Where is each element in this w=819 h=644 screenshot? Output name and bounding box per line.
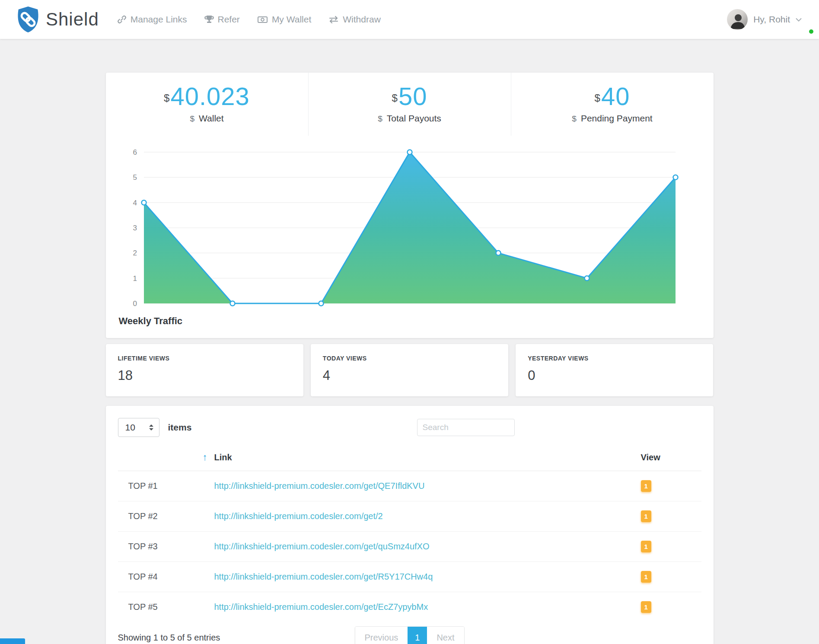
next-page-button[interactable]: Next xyxy=(427,627,464,644)
view-card-label: TODAY VIEWS xyxy=(323,355,496,362)
views-badge: 1 xyxy=(641,510,651,522)
stat-value: 50 xyxy=(398,82,427,110)
table-row: TOP #5 http://linkshield-premium.codesle… xyxy=(118,592,701,622)
short-link[interactable]: http://linkshield-premium.codesler.com/g… xyxy=(214,511,383,521)
svg-text:1: 1 xyxy=(133,274,137,283)
page-size-select[interactable]: 10 xyxy=(118,418,159,437)
views-badge: 1 xyxy=(641,571,651,583)
today-views-card: TODAY VIEWS 4 xyxy=(311,344,508,396)
balance-stats-row: $40.023 $Wallet $50 $Total Payouts $40 xyxy=(106,73,714,136)
view-card-label: LIFETIME VIEWS xyxy=(118,355,291,362)
views-badge: 1 xyxy=(641,480,651,492)
views-badge: 1 xyxy=(641,541,651,552)
svg-text:2: 2 xyxy=(133,249,137,257)
column-header-view[interactable]: View xyxy=(641,447,701,471)
currency-symbol: $ xyxy=(392,92,398,104)
user-greeting: Hy, Rohit xyxy=(753,14,790,25)
table-row: TOP #3 http://linkshield-premium.codesle… xyxy=(118,532,701,562)
shield-logo-icon xyxy=(15,6,41,33)
dollar-icon: $ xyxy=(572,114,577,123)
table-row: TOP #4 http://linkshield-premium.codesle… xyxy=(118,562,701,592)
short-link[interactable]: http://linkshield-premium.codesler.com/g… xyxy=(214,542,430,551)
nav-manage-links[interactable]: Manage Links xyxy=(117,14,187,25)
currency-symbol: $ xyxy=(595,92,600,104)
trophy-icon xyxy=(204,15,214,24)
page-1-button[interactable]: 1 xyxy=(408,627,427,644)
nav-label: Refer xyxy=(218,14,240,25)
stat-label: Wallet xyxy=(199,113,224,123)
page-size-value: 10 xyxy=(125,422,135,433)
short-link[interactable]: http://linkshield-premium.codesler.com/g… xyxy=(214,481,425,491)
stat-label: Pending Payment xyxy=(581,113,653,123)
chevron-down-icon xyxy=(796,18,802,22)
dollar-icon: $ xyxy=(378,114,382,123)
brand-logo-link[interactable]: Shield xyxy=(15,6,99,33)
svg-text:0: 0 xyxy=(133,300,137,308)
svg-text:3: 3 xyxy=(133,224,137,232)
table-footer: Showing 1 to 5 of 5 entries Previous 1 N… xyxy=(118,625,701,644)
views-badge: 1 xyxy=(641,601,651,613)
nav-refer[interactable]: Refer xyxy=(204,14,240,25)
stat-pending-payment: $40 $Pending Payment xyxy=(511,73,714,136)
nav-label: My Wallet xyxy=(272,14,311,25)
svg-text:5: 5 xyxy=(133,173,137,182)
select-spinner-icon xyxy=(149,424,154,431)
previous-page-button[interactable]: Previous xyxy=(355,627,408,644)
view-card-value: 4 xyxy=(323,368,496,383)
rank-cell: TOP #3 xyxy=(118,532,214,562)
svg-text:4: 4 xyxy=(133,199,137,207)
search-input[interactable] xyxy=(417,419,515,436)
column-header-link[interactable]: Link xyxy=(214,447,641,471)
chat-widget[interactable] xyxy=(0,638,25,644)
stat-label: Total Payouts xyxy=(387,113,441,123)
rank-cell: TOP #4 xyxy=(118,562,214,592)
lifetime-views-card: LIFETIME VIEWS 18 xyxy=(106,344,303,396)
main-nav: Manage Links Refer My Wallet xyxy=(117,14,381,25)
short-link[interactable]: http://linkshield-premium.codesler.com/g… xyxy=(214,602,428,612)
stat-total-payouts: $50 $Total Payouts xyxy=(308,73,511,136)
weekly-traffic-chart: 0123456 Weekly Traffic xyxy=(106,136,714,327)
chart-y-axis-labels: 0123456 xyxy=(133,148,137,308)
nav-my-wallet[interactable]: My Wallet xyxy=(257,14,311,25)
user-menu[interactable]: Hy, Rohit xyxy=(727,9,802,30)
views-cards-row: LIFETIME VIEWS 18 TODAY VIEWS 4 YESTERDA… xyxy=(106,344,714,396)
brand-name: Shield xyxy=(46,9,99,30)
table-row: TOP #2 http://linkshield-premium.codesle… xyxy=(118,501,701,532)
stat-wallet: $40.023 $Wallet xyxy=(106,73,308,136)
avatar-person-icon xyxy=(729,12,746,29)
entries-summary: Showing 1 to 5 of 5 entries xyxy=(118,633,220,643)
online-status-dot xyxy=(808,29,814,35)
items-label: items xyxy=(168,422,192,433)
view-card-value: 18 xyxy=(118,368,291,383)
area-chart-canvas: 0123456 xyxy=(118,143,701,311)
table-header-row: ↑ Link View xyxy=(118,447,701,471)
view-card-value: 0 xyxy=(528,368,701,383)
chart-title: Weekly Traffic xyxy=(118,313,701,327)
rank-cell: TOP #2 xyxy=(118,501,214,532)
pagination: Previous 1 Next xyxy=(354,626,464,644)
rank-cell: TOP #5 xyxy=(118,592,214,622)
table-controls-row: 10 items xyxy=(118,418,701,437)
dashboard-summary-card: $40.023 $Wallet $50 $Total Payouts $40 xyxy=(106,73,714,338)
top-navigation-bar: Shield Manage Links Refer xyxy=(0,0,819,39)
short-link[interactable]: http://linkshield-premium.codesler.com/g… xyxy=(214,572,433,581)
dollar-icon: $ xyxy=(190,114,194,123)
rank-cell: TOP #1 xyxy=(118,471,214,501)
wallet-icon xyxy=(257,15,268,24)
link-icon xyxy=(117,15,127,24)
sort-ascending-icon[interactable]: ↑ xyxy=(203,452,207,462)
yesterday-views-card: YESTERDAY VIEWS 0 xyxy=(516,344,713,396)
view-card-label: YESTERDAY VIEWS xyxy=(528,355,701,362)
table-row: TOP #1 http://linkshield-premium.codesle… xyxy=(118,471,701,501)
stat-value: 40.023 xyxy=(170,82,249,110)
withdraw-icon xyxy=(328,15,339,24)
avatar xyxy=(727,9,748,30)
nav-label: Manage Links xyxy=(131,14,187,25)
nav-label: Withdraw xyxy=(343,14,381,25)
top-links-table: ↑ Link View TOP #1 http://linkshield-pre… xyxy=(118,447,701,622)
nav-withdraw[interactable]: Withdraw xyxy=(328,14,381,25)
stat-value: 40 xyxy=(601,82,630,110)
currency-symbol: $ xyxy=(164,92,169,104)
top-links-table-card: 10 items ↑ Link View TOP #1 http://links… xyxy=(106,406,714,644)
svg-text:6: 6 xyxy=(133,148,137,156)
